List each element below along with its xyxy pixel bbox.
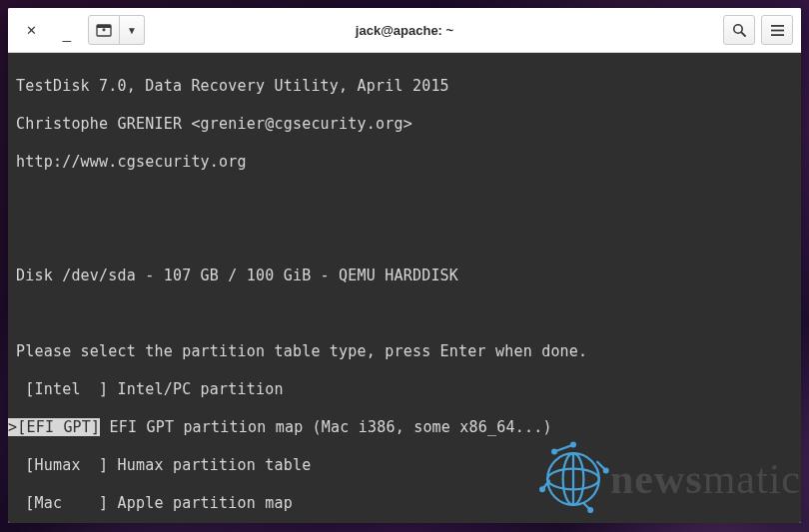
minimize-button[interactable]: _ <box>52 16 82 44</box>
svg-rect-1 <box>97 25 111 28</box>
newtab-dropdown[interactable]: ▼ <box>120 15 145 45</box>
prompt-line: Please select the partition table type, … <box>8 342 801 361</box>
titlebar: ✕ _ ▼ jack@apache: ~ <box>8 8 801 53</box>
newtab-split: ▼ <box>88 15 145 45</box>
svg-rect-7 <box>771 29 784 31</box>
option-selected-marker: >[EFI GPT] <box>8 418 100 436</box>
blank-line <box>8 229 801 248</box>
app-author-line: Christophe GRENIER <grenier@cgsecurity.o… <box>8 115 801 134</box>
newtab-button[interactable] <box>88 15 120 45</box>
option-intel[interactable]: [Intel ] Intel/PC partition <box>8 380 801 399</box>
option-selected-rest: EFI GPT partition map (Mac i386, some x8… <box>100 418 551 436</box>
search-icon <box>732 23 747 38</box>
menu-button[interactable] <box>761 15 793 45</box>
terminal-content[interactable]: TestDisk 7.0, Data Recovery Utility, Apr… <box>8 53 801 523</box>
blank-line <box>8 304 801 323</box>
svg-line-5 <box>741 32 745 36</box>
app-url-line: http://www.cgsecurity.org <box>8 153 801 172</box>
chevron-down-icon: ▼ <box>127 25 137 36</box>
disk-info-line: Disk /dev/sda - 107 GB / 100 GiB - QEMU … <box>8 266 801 285</box>
terminal-window: ✕ _ ▼ jack@apache: ~ <box>8 8 801 523</box>
option-humax[interactable]: [Humax ] Humax partition table <box>8 456 801 475</box>
close-button[interactable]: ✕ <box>16 16 46 44</box>
option-mac[interactable]: [Mac ] Apple partition map <box>8 494 801 513</box>
blank-line <box>8 191 801 210</box>
minimize-icon: _ <box>63 25 71 42</box>
svg-rect-8 <box>771 34 784 36</box>
search-button[interactable] <box>723 15 755 45</box>
svg-rect-3 <box>103 28 104 31</box>
option-efi-gpt[interactable]: >[EFI GPT] EFI GPT partition map (Mac i3… <box>8 418 801 437</box>
newtab-icon <box>96 23 112 37</box>
svg-rect-6 <box>771 25 784 27</box>
hamburger-icon <box>770 24 785 37</box>
close-icon: ✕ <box>26 23 37 38</box>
app-header-line: TestDisk 7.0, Data Recovery Utility, Apr… <box>8 77 801 96</box>
